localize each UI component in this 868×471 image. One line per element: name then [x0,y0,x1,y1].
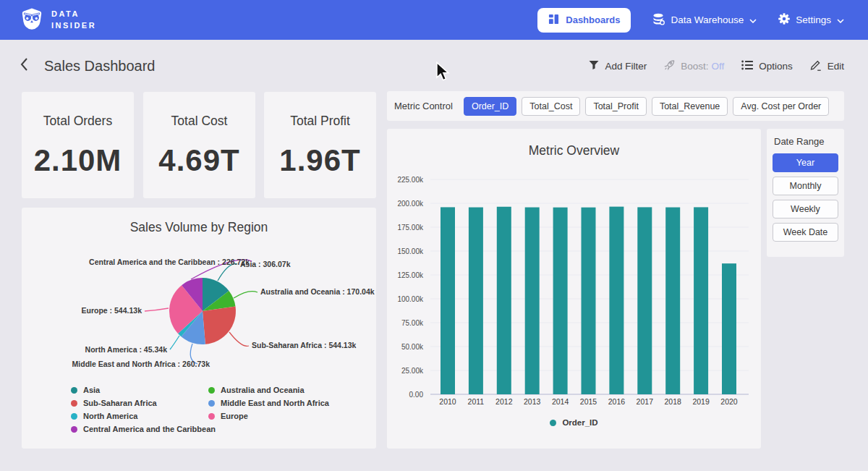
metric-option-order-id[interactable]: Order_ID [464,97,516,116]
x-axis-tick-label: 2016 [608,397,626,406]
edit-button[interactable]: Edit [810,59,844,73]
boost-toggle[interactable]: Boost: Off [664,59,724,72]
pie-label-north-america: North America : 45.34k [85,345,168,354]
date-range-option-monthly[interactable]: Monthly [773,177,838,195]
legend-dot [71,426,77,433]
nav-dashboards-label: Dashboards [566,14,620,25]
nav-settings[interactable]: Settings [778,13,844,27]
metric-control-bar: Metric Control Order_IDTotal_CostTotal_P… [387,91,844,121]
gear-icon [778,13,790,27]
pie-label-australia-and-oceania: Australia and Oceania : 170.04k [260,287,375,296]
pie-label-europe: Europe : 544.13k [82,306,142,315]
x-axis-tick-label: 2017 [637,397,654,406]
date-range-panel: Date Range YearMonthlyWeeklyWeek Date [767,129,844,257]
page-header: Sales Dashboard Add Filter Boost: Off [0,40,868,92]
rocket-icon [664,59,675,72]
bar-2019[interactable] [694,207,708,394]
legend-dot [71,400,77,407]
kpi-value: 2.10M [34,143,122,178]
legend-item-order-id[interactable]: Order_ID [550,418,597,427]
bar-2015[interactable] [582,208,596,394]
legend-dot [71,413,77,420]
list-options-icon [741,60,753,72]
x-axis-tick-label: 2010 [439,397,456,406]
kpi-value: 1.96T [279,143,360,178]
metric-option-total-revenue[interactable]: Total_Revenue [652,97,728,116]
nav-dashboards-button[interactable]: Dashboards [537,8,631,33]
date-range-option-year[interactable]: Year [773,153,838,172]
bar-2020[interactable] [722,263,736,394]
metric-option-avg-cost-per-order[interactable]: Avg. Cost per Order [733,97,829,116]
owl-logo-icon [20,7,43,33]
legend-dot [550,420,556,426]
legend-item-europe[interactable]: Europe [208,412,329,420]
pie-slice-sub-saharan-africa[interactable] [203,306,236,344]
y-axis-tick-label: 100.00k [397,295,424,303]
x-axis-tick-label: 2011 [468,397,485,406]
metric-option-total-cost[interactable]: Total_Cost [522,97,580,116]
bar-2010[interactable] [441,207,455,394]
brand-name: DATA INSIDER [51,9,96,32]
dashboard-grid-icon [548,14,559,27]
chevron-down-icon [837,14,844,25]
x-axis-tick-label: 2013 [524,397,541,406]
kpi-total-cost: Total Cost 4.69T [143,92,255,198]
database-icon [652,13,665,27]
date-range-label: Date Range [773,136,838,147]
options-button[interactable]: Options [741,60,793,72]
y-axis-tick-label: 175.00k [397,224,424,232]
date-range-option-weekly[interactable]: Weekly [773,200,838,218]
x-axis-tick-label: 2020 [720,397,738,406]
kpi-value: 4.69T [158,143,239,178]
pencil-icon [810,59,822,73]
legend-item-north-america[interactable]: North America [71,412,216,420]
legend-dot [208,387,215,394]
legend-dot [71,387,77,394]
bar-2018[interactable] [665,208,680,394]
x-axis-tick-label: 2018 [665,397,682,406]
pie-leader-line [170,336,179,349]
bar-2013[interactable] [525,208,540,394]
metric-control-label: Metric Control [394,101,453,111]
legend-item-australia-and-oceania[interactable]: Australia and Oceania [208,386,329,394]
pie-label-sub-saharan-africa: Sub-Saharan Africa : 544.13k [252,341,356,349]
pie-chart-card: Sales Volume by Region Asia : 306.07kAus… [22,208,376,449]
pie-leader-line [229,332,249,346]
pie-leader-line [218,264,237,281]
nav-data-warehouse[interactable]: Data Warehouse [652,13,757,27]
y-axis-tick-label: 25.00k [401,367,424,375]
filter-funnel-icon [589,60,599,72]
pie-legend-column-1: AsiaSub-Saharan AfricaNorth AmericaCentr… [71,386,216,433]
top-navbar: DATA INSIDER Dashboards [0,0,868,40]
legend-item-central-america-and-the-caribbean[interactable]: Central America and the Caribbean [71,425,216,433]
metric-option-total-profit[interactable]: Total_Profit [585,97,647,116]
legend-item-sub-saharan-africa[interactable]: Sub-Saharan Africa [71,399,216,407]
nav-settings-label: Settings [796,14,831,25]
x-axis-tick-label: 2015 [580,397,597,406]
kpi-total-profit: Total Profit 1.96T [264,92,376,198]
back-button[interactable] [20,58,28,74]
legend-dot [208,400,215,407]
add-filter-button[interactable]: Add Filter [589,60,647,72]
kpi-label: Total Profit [290,114,350,129]
legend-item-asia[interactable]: Asia [71,386,216,394]
x-axis-tick-label: 2012 [495,397,513,406]
pie-label-middle-east-and-north-africa: Middle East and North Africa : 260.73k [72,360,210,368]
bar-2014[interactable] [553,208,568,394]
legend-item-middle-east-and-north-africa[interactable]: Middle East and North Africa [208,399,329,407]
y-axis-tick-label: 200.00k [397,200,424,208]
y-axis-tick-label: 150.00k [397,247,424,255]
date-range-option-week-date[interactable]: Week Date [773,223,838,242]
bar-2017[interactable] [637,207,652,394]
boost-state: Off [711,61,724,72]
chevron-down-icon [749,14,757,25]
bar-2011[interactable] [469,208,483,394]
bar-2012[interactable] [497,207,511,394]
bar-2016[interactable] [609,207,624,394]
y-axis-tick-label: 225.00k [397,176,424,184]
y-axis-tick-label: 0.00 [409,391,424,399]
kpi-label: Total Orders [43,114,112,129]
page-title: Sales Dashboard [44,58,155,75]
legend-dot [208,413,215,420]
pie-legend-column-2: Australia and OceaniaMiddle East and Nor… [208,386,329,420]
